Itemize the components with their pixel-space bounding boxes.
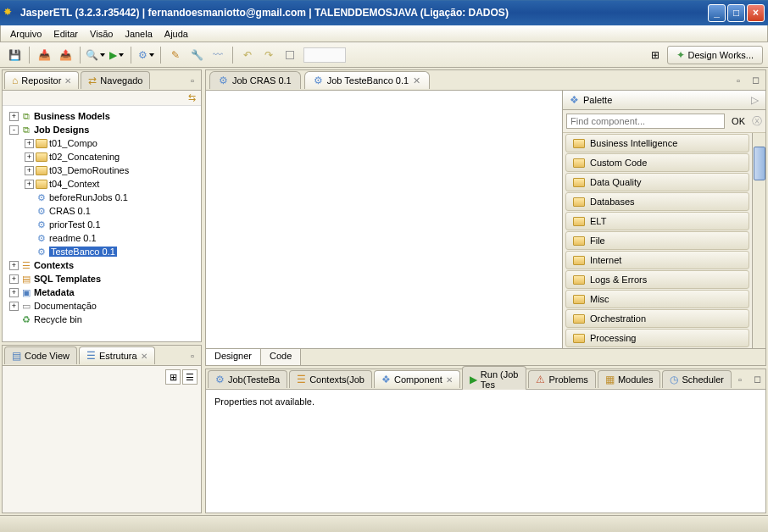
expand-icon[interactable]: + <box>9 112 19 121</box>
tree-node[interactable]: ⚙CRAS 0.1 <box>4 204 199 218</box>
perspective-switch-button[interactable]: ⊞ <box>646 46 665 64</box>
close-icon[interactable]: ✕ <box>413 75 420 86</box>
edit-button[interactable]: ✎ <box>166 46 185 64</box>
spacer <box>25 220 34 230</box>
tab-navegado[interactable]: ⇄ Navegado <box>81 71 150 89</box>
editor-tab-testebanco[interactable]: ⚙ Job TesteBanco 0.1 ✕ <box>304 71 430 89</box>
save-button[interactable]: 💾 <box>5 46 24 64</box>
menu-arquivo[interactable]: Arquivo <box>4 27 47 41</box>
view-menu-icon[interactable]: ▫ <box>186 74 199 87</box>
expand-icon[interactable]: + <box>25 152 34 162</box>
tree-node[interactable]: +t03_DemoRoutines <box>4 163 199 177</box>
minimize-view-icon[interactable]: ▫ <box>732 74 745 87</box>
run-button[interactable]: ▶ <box>107 46 125 64</box>
palette-category[interactable]: Logs & Errors <box>565 270 749 289</box>
tree-node[interactable]: +t02_Concatening <box>4 150 199 163</box>
maximize-button[interactable]: □ <box>727 4 745 22</box>
tree-node[interactable]: +▣Metadata <box>4 285 199 299</box>
undo-button[interactable]: ↶ <box>238 46 257 64</box>
scrollbar[interactable] <box>752 133 765 348</box>
tree-item-icon <box>36 137 47 149</box>
menu-ajuda[interactable]: Ajuda <box>159 27 194 41</box>
create-button[interactable]: ⚙ <box>136 46 155 64</box>
palette-category[interactable]: Processing <box>565 329 749 347</box>
clear-icon[interactable]: ⓧ <box>752 114 762 129</box>
menu-editar[interactable]: Editar <box>47 27 84 41</box>
tab-code[interactable]: Code <box>261 349 301 365</box>
close-icon[interactable]: ✕ <box>446 375 453 385</box>
palette-category[interactable]: Misc <box>565 290 749 308</box>
maximize-view-icon[interactable]: ◻ <box>750 373 764 386</box>
tree-node[interactable]: ⚙priorTest 0.1 <box>4 218 199 231</box>
tab-estrutura[interactable]: ☰ Estrutura ✕ <box>79 346 155 364</box>
chart-button[interactable]: 〰 <box>209 46 227 64</box>
palette-category[interactable]: Data Quality <box>565 173 749 191</box>
expand-icon[interactable]: + <box>25 139 34 148</box>
minimize-button[interactable]: _ <box>708 4 726 22</box>
tree-node[interactable]: +☰Contexts <box>4 258 199 272</box>
tree-node[interactable]: ⚙beforeRunJobs 0.1 <box>4 191 199 204</box>
palette-search-input[interactable] <box>566 114 725 129</box>
outline-mode1-button[interactable]: ⊞ <box>165 369 181 385</box>
tree-node[interactable]: ⚙readme 0.1 <box>4 231 199 245</box>
bottom-tab[interactable]: ❖Component✕ <box>374 370 460 388</box>
tree-item-icon: ▣ <box>20 286 32 298</box>
palette-category[interactable]: File <box>565 231 749 250</box>
palette-category[interactable]: Orchestration <box>565 309 749 328</box>
palette-search-ok[interactable]: OK <box>728 114 749 128</box>
bottom-tab[interactable]: ⚙Job(TesteBa <box>208 370 287 388</box>
tree-node[interactable]: +t01_Compo <box>4 136 199 150</box>
box-button[interactable] <box>281 46 299 64</box>
redo-button[interactable]: ↷ <box>259 46 278 64</box>
tree-node[interactable]: +⧉Business Models <box>4 109 199 123</box>
palette-category[interactable]: Custom Code <box>565 153 749 172</box>
design-canvas[interactable] <box>206 91 562 348</box>
tree-node[interactable]: +▤SQL Templates <box>4 272 199 285</box>
palette-category-label: Data Quality <box>590 177 642 187</box>
close-icon[interactable]: ✕ <box>141 352 147 361</box>
bottom-tab[interactable]: ▦Modules <box>598 370 661 388</box>
minimize-view-icon[interactable]: ▫ <box>733 373 747 386</box>
outline-mode2-button[interactable]: ☰ <box>182 369 198 385</box>
expand-icon[interactable]: + <box>9 274 19 284</box>
toolbar-field[interactable] <box>303 47 346 63</box>
design-perspective-button[interactable]: ✦ Design Works... <box>667 46 763 64</box>
bottom-tab[interactable]: ◷Scheduler <box>662 370 732 388</box>
close-icon[interactable]: ✕ <box>64 76 71 86</box>
menu-janela[interactable]: Janela <box>119 27 158 41</box>
editor-tab-cras[interactable]: ⚙ Job CRAS 0.1 <box>209 71 301 89</box>
tree-item-label: t03_DemoRoutines <box>49 165 129 175</box>
palette-category[interactable]: ELT <box>565 212 749 230</box>
palette-category[interactable]: Business Intelligence <box>565 134 749 152</box>
bottom-tab[interactable]: ☰Contexts(Job <box>289 370 372 388</box>
export-button[interactable]: 📤 <box>56 46 75 64</box>
tree-node[interactable]: ⚙TesteBanco 0.1 <box>4 245 199 258</box>
tree-node[interactable]: +t04_Context <box>4 177 199 191</box>
tree-node[interactable]: +▭Documentação <box>4 299 199 313</box>
tab-designer[interactable]: Designer <box>206 349 261 365</box>
expand-icon[interactable]: + <box>9 261 19 270</box>
expand-icon[interactable]: + <box>9 288 19 297</box>
wrench-button[interactable]: 🔧 <box>187 46 206 64</box>
tree-node[interactable]: ♻Recycle bin <box>4 313 199 326</box>
close-button[interactable]: × <box>747 4 765 22</box>
chevron-right-icon[interactable]: ▷ <box>751 94 759 106</box>
view-menu-icon[interactable]: ▫ <box>186 349 199 363</box>
maximize-view-icon[interactable]: ◻ <box>749 74 762 87</box>
bottom-tab[interactable]: ▶Run (Job Tes <box>462 366 527 392</box>
swap-icon[interactable]: ⇆ <box>188 92 196 103</box>
menu-visao[interactable]: Visão <box>84 27 119 41</box>
tree-node[interactable]: -⧉Job Designs <box>4 123 199 136</box>
expand-icon[interactable]: + <box>25 180 34 189</box>
expand-icon[interactable]: + <box>9 302 19 311</box>
tab-repositor[interactable]: ⌂ Repositor ✕ <box>4 71 79 89</box>
tab-code-view-label: Code View <box>25 351 70 361</box>
import-button[interactable]: 📥 <box>35 46 53 64</box>
palette-category[interactable]: Internet <box>565 251 749 269</box>
tab-code-view[interactable]: ▤ Code View <box>4 346 77 364</box>
bottom-tab[interactable]: ⚠Problems <box>528 370 595 388</box>
expand-icon[interactable]: + <box>25 166 34 175</box>
collapse-icon[interactable]: - <box>9 125 19 135</box>
palette-category[interactable]: Databases <box>565 192 749 211</box>
search-button[interactable]: 🔍 <box>86 46 104 64</box>
